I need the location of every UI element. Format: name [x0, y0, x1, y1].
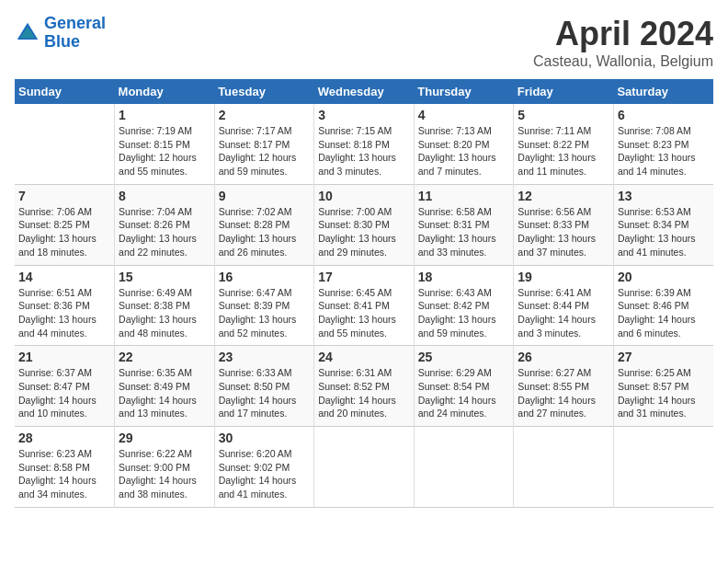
- day-info: Sunrise: 6:41 AM Sunset: 8:44 PM Dayligh…: [518, 286, 609, 340]
- calendar-table: SundayMondayTuesdayWednesdayThursdayFrid…: [15, 79, 713, 508]
- day-info: Sunrise: 6:31 AM Sunset: 8:52 PM Dayligh…: [318, 366, 410, 420]
- location: Casteau, Wallonia, Belgium: [533, 53, 713, 70]
- day-number: 24: [318, 350, 410, 364]
- day-number: 5: [518, 108, 609, 122]
- day-number: 10: [318, 189, 410, 203]
- calendar-cell: 25Sunrise: 6:29 AM Sunset: 8:54 PM Dayli…: [414, 346, 514, 427]
- day-number: 19: [518, 270, 609, 284]
- weekday-header-wednesday: Wednesday: [314, 79, 415, 104]
- day-info: Sunrise: 7:15 AM Sunset: 8:18 PM Dayligh…: [318, 124, 410, 178]
- day-number: 2: [219, 108, 311, 122]
- day-number: 7: [18, 189, 110, 203]
- calendar-cell: 22Sunrise: 6:35 AM Sunset: 8:49 PM Dayli…: [115, 346, 215, 427]
- calendar-cell: 15Sunrise: 6:49 AM Sunset: 8:38 PM Dayli…: [115, 265, 215, 346]
- calendar-cell: 12Sunrise: 6:56 AM Sunset: 8:33 PM Dayli…: [514, 184, 614, 265]
- logo-icon: [15, 20, 40, 46]
- calendar-cell: 30Sunrise: 6:20 AM Sunset: 9:02 PM Dayli…: [214, 427, 314, 508]
- day-info: Sunrise: 6:35 AM Sunset: 8:49 PM Dayligh…: [119, 366, 210, 420]
- calendar-cell: 3Sunrise: 7:15 AM Sunset: 8:18 PM Daylig…: [314, 104, 415, 184]
- calendar-cell: 7Sunrise: 7:06 AM Sunset: 8:25 PM Daylig…: [15, 184, 115, 265]
- calendar-cell: 11Sunrise: 6:58 AM Sunset: 8:31 PM Dayli…: [414, 184, 514, 265]
- day-number: 12: [518, 189, 609, 203]
- day-number: 15: [119, 270, 210, 284]
- week-row-1: 1Sunrise: 7:19 AM Sunset: 8:15 PM Daylig…: [15, 104, 713, 184]
- day-info: Sunrise: 6:58 AM Sunset: 8:31 PM Dayligh…: [418, 205, 510, 259]
- calendar-cell: 2Sunrise: 7:17 AM Sunset: 8:17 PM Daylig…: [214, 104, 314, 184]
- week-row-2: 7Sunrise: 7:06 AM Sunset: 8:25 PM Daylig…: [15, 184, 713, 265]
- day-info: Sunrise: 7:08 AM Sunset: 8:23 PM Dayligh…: [618, 124, 710, 178]
- calendar-cell: [314, 427, 415, 508]
- day-info: Sunrise: 6:27 AM Sunset: 8:55 PM Dayligh…: [518, 366, 609, 420]
- day-number: 3: [318, 108, 410, 122]
- day-number: 9: [219, 189, 311, 203]
- logo: General Blue: [15, 15, 106, 52]
- day-info: Sunrise: 6:45 AM Sunset: 8:41 PM Dayligh…: [318, 286, 410, 340]
- day-info: Sunrise: 6:29 AM Sunset: 8:54 PM Dayligh…: [418, 366, 510, 420]
- day-number: 4: [418, 108, 510, 122]
- day-number: 23: [219, 350, 311, 364]
- logo-general: General: [44, 14, 106, 32]
- day-number: 6: [618, 108, 710, 122]
- day-info: Sunrise: 6:51 AM Sunset: 8:36 PM Dayligh…: [18, 286, 110, 340]
- calendar-cell: [15, 104, 115, 184]
- day-info: Sunrise: 7:04 AM Sunset: 8:26 PM Dayligh…: [119, 205, 210, 259]
- day-number: 16: [219, 270, 311, 284]
- calendar-cell: 6Sunrise: 7:08 AM Sunset: 8:23 PM Daylig…: [613, 104, 713, 184]
- day-info: Sunrise: 7:17 AM Sunset: 8:17 PM Dayligh…: [219, 124, 311, 178]
- calendar-cell: [414, 427, 514, 508]
- day-info: Sunrise: 6:23 AM Sunset: 8:58 PM Dayligh…: [18, 447, 110, 501]
- day-info: Sunrise: 6:47 AM Sunset: 8:39 PM Dayligh…: [219, 286, 311, 340]
- day-info: Sunrise: 6:56 AM Sunset: 8:33 PM Dayligh…: [518, 205, 609, 259]
- calendar-cell: 18Sunrise: 6:43 AM Sunset: 8:42 PM Dayli…: [414, 265, 514, 346]
- calendar-cell: 9Sunrise: 7:02 AM Sunset: 8:28 PM Daylig…: [214, 184, 314, 265]
- calendar-cell: 10Sunrise: 7:00 AM Sunset: 8:30 PM Dayli…: [314, 184, 415, 265]
- day-info: Sunrise: 7:11 AM Sunset: 8:22 PM Dayligh…: [518, 124, 609, 178]
- day-number: 14: [18, 270, 110, 284]
- day-number: 1: [119, 108, 210, 122]
- day-info: Sunrise: 7:00 AM Sunset: 8:30 PM Dayligh…: [318, 205, 410, 259]
- weekday-header-sunday: Sunday: [15, 79, 115, 104]
- weekday-header-monday: Monday: [115, 79, 215, 104]
- day-number: 22: [119, 350, 210, 364]
- calendar-cell: 26Sunrise: 6:27 AM Sunset: 8:55 PM Dayli…: [514, 346, 614, 427]
- day-info: Sunrise: 7:19 AM Sunset: 8:15 PM Dayligh…: [119, 124, 210, 178]
- day-number: 20: [618, 270, 710, 284]
- day-info: Sunrise: 7:13 AM Sunset: 8:20 PM Dayligh…: [418, 124, 510, 178]
- calendar-cell: [514, 427, 614, 508]
- calendar-cell: 28Sunrise: 6:23 AM Sunset: 8:58 PM Dayli…: [15, 427, 115, 508]
- day-number: 18: [418, 270, 510, 284]
- day-number: 26: [518, 350, 609, 364]
- day-info: Sunrise: 6:20 AM Sunset: 9:02 PM Dayligh…: [219, 447, 311, 501]
- day-info: Sunrise: 6:43 AM Sunset: 8:42 PM Dayligh…: [418, 286, 510, 340]
- week-row-4: 21Sunrise: 6:37 AM Sunset: 8:47 PM Dayli…: [15, 346, 713, 427]
- weekday-header-tuesday: Tuesday: [214, 79, 314, 104]
- day-number: 11: [418, 189, 510, 203]
- calendar-cell: 5Sunrise: 7:11 AM Sunset: 8:22 PM Daylig…: [514, 104, 614, 184]
- page-header: General Blue April 2024 Casteau, Walloni…: [15, 15, 713, 70]
- logo-text: General Blue: [44, 15, 106, 52]
- calendar-cell: 21Sunrise: 6:37 AM Sunset: 8:47 PM Dayli…: [15, 346, 115, 427]
- day-info: Sunrise: 7:06 AM Sunset: 8:25 PM Dayligh…: [18, 205, 110, 259]
- day-info: Sunrise: 6:53 AM Sunset: 8:34 PM Dayligh…: [618, 205, 710, 259]
- title-block: April 2024 Casteau, Wallonia, Belgium: [533, 15, 713, 70]
- weekday-header-friday: Friday: [514, 79, 614, 104]
- day-info: Sunrise: 6:37 AM Sunset: 8:47 PM Dayligh…: [18, 366, 110, 420]
- day-info: Sunrise: 6:22 AM Sunset: 9:00 PM Dayligh…: [119, 447, 210, 501]
- calendar-cell: 29Sunrise: 6:22 AM Sunset: 9:00 PM Dayli…: [115, 427, 215, 508]
- week-row-5: 28Sunrise: 6:23 AM Sunset: 8:58 PM Dayli…: [15, 427, 713, 508]
- calendar-cell: 20Sunrise: 6:39 AM Sunset: 8:46 PM Dayli…: [613, 265, 713, 346]
- day-number: 29: [119, 431, 210, 445]
- weekday-header-saturday: Saturday: [613, 79, 713, 104]
- day-number: 13: [618, 189, 710, 203]
- calendar-cell: 24Sunrise: 6:31 AM Sunset: 8:52 PM Dayli…: [314, 346, 415, 427]
- month-title: April 2024: [533, 15, 713, 53]
- calendar-cell: [613, 427, 713, 508]
- day-number: 17: [318, 270, 410, 284]
- day-info: Sunrise: 6:33 AM Sunset: 8:50 PM Dayligh…: [219, 366, 311, 420]
- day-info: Sunrise: 7:02 AM Sunset: 8:28 PM Dayligh…: [219, 205, 311, 259]
- day-info: Sunrise: 6:39 AM Sunset: 8:46 PM Dayligh…: [618, 286, 710, 340]
- calendar-cell: 4Sunrise: 7:13 AM Sunset: 8:20 PM Daylig…: [414, 104, 514, 184]
- day-number: 30: [219, 431, 311, 445]
- day-number: 21: [18, 350, 110, 364]
- day-number: 8: [119, 189, 210, 203]
